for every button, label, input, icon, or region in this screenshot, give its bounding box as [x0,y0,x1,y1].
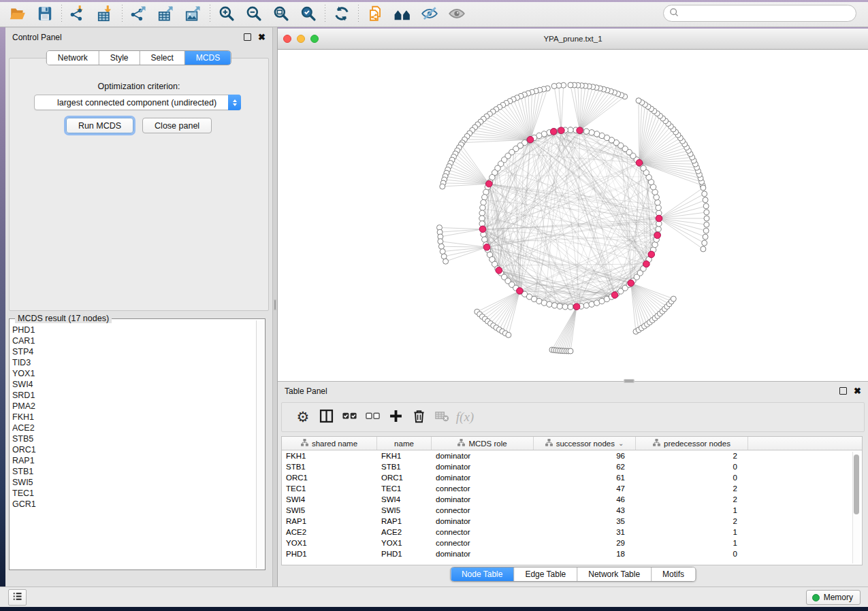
result-scrollbar[interactable] [256,320,263,568]
table-row[interactable]: SWI5SWI5connector431 [282,505,862,516]
column-header-successor-nodes[interactable]: successor nodes⌄ [534,437,636,450]
share-document-button[interactable] [361,3,389,25]
zoom-in-button[interactable] [213,3,240,25]
tab-edge-table[interactable]: Edge Table [514,567,577,581]
table-row[interactable]: ACE2ACE2connector311 [282,527,862,538]
mcds-result-item[interactable]: PHD1 [12,325,255,335]
table-row[interactable]: ORC1ORC1dominator610 [282,472,862,483]
run-mcds-button[interactable]: Run MCDS [66,118,133,133]
columns-button[interactable] [315,405,338,429]
task-history-button[interactable] [8,589,27,606]
add-row-button[interactable] [384,405,407,429]
table-row[interactable]: YOX1YOX1connector291 [282,538,862,548]
criterion-dropdown[interactable]: largest connected component (undirected) [34,95,241,110]
mcds-result-item[interactable]: ORC1 [12,444,255,455]
tab-select[interactable]: Select [140,51,185,65]
settings-button[interactable]: ⚙ [291,405,315,429]
table-row[interactable]: RAP1RAP1dominator352 [282,516,862,527]
status-bar: Memory [0,587,868,607]
function-builder-button[interactable]: f(x) [453,405,477,429]
mcds-result-item[interactable]: STP4 [12,346,255,357]
window-minimize-button[interactable] [297,35,305,43]
refresh-layout-button[interactable] [328,3,355,25]
search-icon [669,7,679,20]
export-table-button[interactable] [152,3,180,25]
zoom-fit-button[interactable] [268,3,295,25]
mcds-result-item[interactable]: SRD1 [12,390,255,401]
mcds-result-item[interactable]: PMA2 [12,401,255,412]
column-header-shared-name[interactable]: shared name [282,437,377,450]
network-canvas[interactable] [278,50,868,381]
cell-successor_nodes: 18 [534,548,636,559]
table-row[interactable]: TEC1TEC1connector472 [282,483,862,494]
mcds-result-item[interactable]: YOX1 [12,368,255,379]
zoom-selected-button[interactable] [295,3,322,25]
table-header-row: shared namenameMCDS rolesuccessor nodes⌄… [282,437,862,450]
tab-network[interactable]: Network [47,51,99,65]
mcds-result-item[interactable]: SWI5 [12,477,255,488]
table-scrollbar-thumb[interactable] [854,455,859,514]
open-file-button[interactable] [4,3,31,25]
first-neighbors-button[interactable] [389,3,416,25]
mcds-result-item[interactable]: RAP1 [12,455,255,466]
cell-shared_name: PHD1 [282,548,377,559]
hide-selected-button[interactable] [416,3,443,25]
deselect-all-button[interactable] [361,405,384,429]
close-panel-button[interactable]: Close panel [142,118,212,133]
export-image-button[interactable] [180,3,207,25]
close-panel-icon[interactable]: ✖ [258,33,266,42]
table-row[interactable]: PHD1PHD1dominator180 [282,548,862,559]
mcds-result-item[interactable]: CAR1 [12,335,255,346]
delete-table-button[interactable] [430,405,453,429]
column-header-MCDS-role[interactable]: MCDS role [432,437,534,450]
close-table-panel-icon[interactable]: ✖ [854,386,861,395]
tab-network-table[interactable]: Network Table [577,567,652,581]
delete-row-button[interactable] [407,405,430,429]
mcds-result-item[interactable]: STB5 [12,433,255,444]
column-header-name[interactable]: name [377,437,432,450]
splitter-grip[interactable] [274,299,276,310]
table-row[interactable]: STB1STB1dominator620 [282,461,862,472]
save-session-button[interactable] [31,3,59,25]
tab-motifs[interactable]: Motifs [652,567,695,581]
table-row[interactable]: FKH1FKH1dominator962 [282,450,862,461]
mcds-result-item[interactable]: GCR1 [12,499,255,510]
vertical-splitter[interactable] [272,27,278,587]
mcds-result-item[interactable]: ACE2 [12,423,255,433]
network-graph[interactable] [278,50,868,381]
float-panel-icon[interactable] [244,33,251,41]
tab-mcds[interactable]: MCDS [185,51,231,65]
tab-node-table[interactable]: Node Table [451,567,515,581]
mcds-result-item[interactable]: FKH1 [12,412,255,423]
export-network-icon [130,5,148,24]
cell-successor_nodes: 35 [534,516,636,527]
toolbar-separator [61,5,62,24]
zoom-out-button[interactable] [240,3,268,25]
table-scrollbar[interactable] [852,452,861,563]
export-network-button[interactable] [125,3,152,25]
mcds-result-item[interactable]: STB1 [12,466,255,477]
network-window-title: YPA_prune.txt_1 [278,35,868,43]
cell-successor_nodes: 61 [534,472,636,483]
memory-button[interactable]: Memory [806,590,861,605]
import-network-button[interactable] [65,3,92,25]
window-close-button[interactable] [283,35,291,43]
mcds-result-item[interactable]: TEC1 [12,488,255,499]
cell-successor_nodes: 96 [534,450,636,461]
import-table-button[interactable] [92,3,119,25]
search-input[interactable] [679,7,856,20]
cell-name: SWI4 [377,494,432,505]
table-panel-grip[interactable] [624,379,634,383]
mcds-result-item[interactable]: SWI4 [12,379,255,390]
column-header-predecessor-nodes[interactable]: predecessor nodes [636,437,748,450]
show-all-button[interactable] [443,3,470,25]
select-all-button[interactable] [338,405,361,429]
float-table-panel-icon[interactable] [839,387,847,395]
mcds-result-item[interactable]: TID3 [12,357,255,368]
window-zoom-button[interactable] [310,35,319,43]
table-row[interactable]: SWI4SWI4dominator462 [282,494,862,505]
gear-icon: ⚙ [297,410,310,425]
table-panel-header: Table Panel ✖ [278,382,868,400]
tab-style[interactable]: Style [99,51,140,65]
cell-shared_name: STB1 [282,461,377,472]
